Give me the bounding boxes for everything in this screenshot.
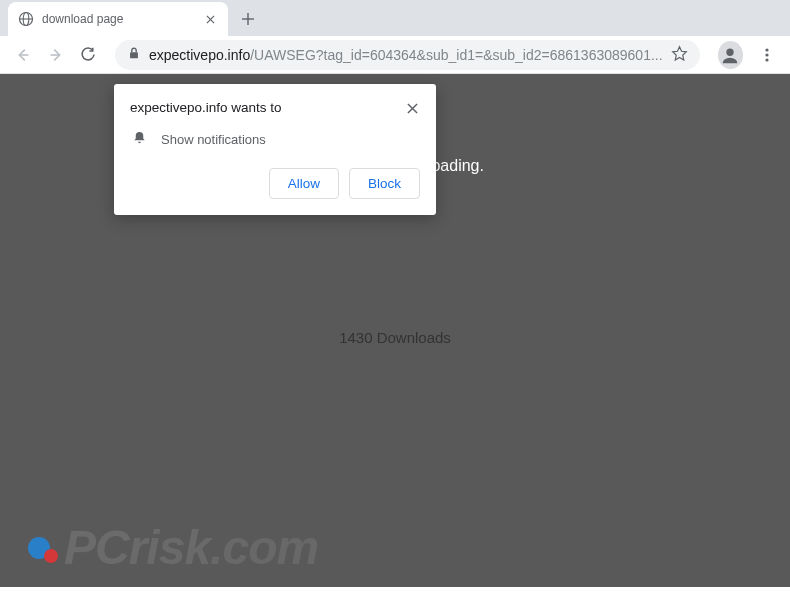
permission-label: Show notifications xyxy=(161,132,266,147)
new-tab-button[interactable] xyxy=(234,5,262,33)
watermark: PCrisk.com xyxy=(28,520,318,575)
tab-close-icon[interactable] xyxy=(202,11,218,27)
svg-point-15 xyxy=(766,48,769,51)
browser-tab[interactable]: download page xyxy=(8,2,228,36)
svg-rect-13 xyxy=(130,52,138,58)
svg-point-16 xyxy=(766,53,769,56)
url-text: expectivepo.info/UAWSEG?tag_id=604364&su… xyxy=(149,47,663,63)
address-bar[interactable]: expectivepo.info/UAWSEG?tag_id=604364&su… xyxy=(115,40,700,70)
toolbar: expectivepo.info/UAWSEG?tag_id=604364&su… xyxy=(0,36,790,74)
allow-button[interactable]: Allow xyxy=(269,168,339,199)
globe-icon xyxy=(18,11,34,27)
bell-icon xyxy=(132,130,147,148)
watermark-logo-icon xyxy=(28,533,58,563)
lock-icon xyxy=(127,46,141,63)
block-button[interactable]: Block xyxy=(349,168,420,199)
notification-permission-dialog: expectivepo.info wants to Show notificat… xyxy=(114,84,436,215)
dialog-title: expectivepo.info wants to xyxy=(130,100,282,116)
profile-avatar[interactable] xyxy=(718,41,743,69)
watermark-text: PCrisk.com xyxy=(64,520,318,575)
reload-button[interactable] xyxy=(74,39,103,71)
tab-strip: download page xyxy=(0,0,790,36)
permission-row: Show notifications xyxy=(130,130,420,148)
tab-title: download page xyxy=(42,12,194,26)
dialog-close-icon[interactable] xyxy=(404,100,420,116)
back-button[interactable] xyxy=(8,39,37,71)
forward-button[interactable] xyxy=(41,39,70,71)
menu-button[interactable] xyxy=(753,39,782,71)
svg-point-17 xyxy=(766,58,769,61)
svg-point-14 xyxy=(727,48,734,55)
downloads-counter: 1430 Downloads xyxy=(0,329,790,346)
bookmark-star-icon[interactable] xyxy=(671,45,688,65)
